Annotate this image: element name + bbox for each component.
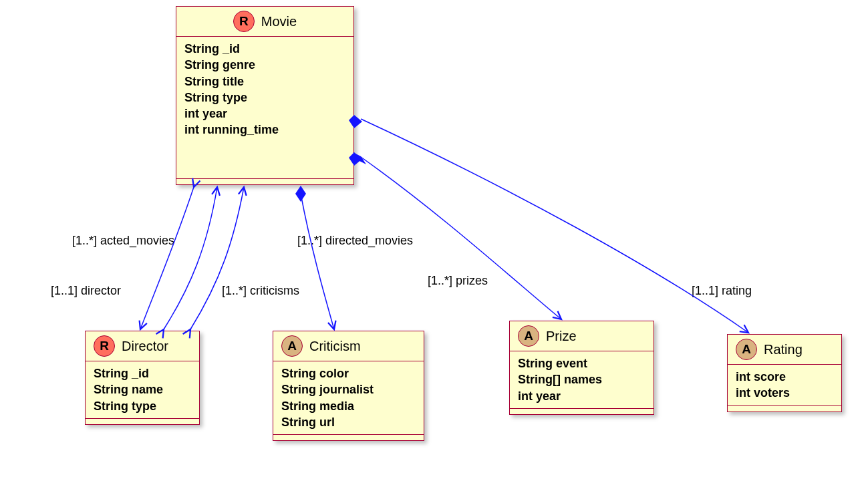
class-movie: R Movie String _id String genre String t… xyxy=(176,6,354,185)
class-movie-header: R Movie xyxy=(176,7,353,37)
class-rating-attrs: int score int voters xyxy=(728,365,841,406)
attr: int running_time xyxy=(184,122,345,138)
attr: int year xyxy=(184,106,345,122)
class-criticism-ops xyxy=(273,435,424,440)
class-director-header: R Director xyxy=(86,331,199,361)
attr: String event xyxy=(518,355,645,371)
attr: String type xyxy=(94,398,191,414)
class-director: R Director String _id String name String… xyxy=(85,331,200,425)
class-prize-ops xyxy=(510,409,654,414)
attr: String media xyxy=(281,398,416,414)
stereotype-R-icon: R xyxy=(94,335,115,357)
class-rating: A Rating int score int voters xyxy=(727,334,842,412)
class-director-attrs: String _id String name String type xyxy=(86,361,199,419)
class-criticism-name: Criticism xyxy=(309,339,361,354)
attr: String _id xyxy=(184,41,345,57)
class-movie-name: Movie xyxy=(261,14,297,29)
edge-director xyxy=(140,187,194,329)
attr: String title xyxy=(184,73,345,90)
attr: String _id xyxy=(94,365,191,381)
class-rating-header: A Rating xyxy=(728,335,841,365)
attr: String journalist xyxy=(281,381,416,397)
edge-acted-movies xyxy=(164,187,217,329)
attr: String genre xyxy=(184,57,345,73)
attr: String color xyxy=(281,365,416,381)
edge-label-director: [1..1] director xyxy=(51,284,121,298)
class-movie-ops xyxy=(176,179,353,184)
attr: int score xyxy=(736,369,833,385)
stereotype-A-icon: A xyxy=(281,335,303,357)
edge-label-prizes: [1..*] prizes xyxy=(428,274,488,288)
class-movie-attrs: String _id String genre String title Str… xyxy=(176,37,353,179)
edge-label-rating: [1..1] rating xyxy=(692,284,752,298)
class-prize-attrs: String event String[] names int year xyxy=(510,351,654,409)
attr: String url xyxy=(281,414,416,430)
class-prize-name: Prize xyxy=(546,329,577,344)
edge-criticisms xyxy=(301,194,334,329)
stereotype-R-icon: R xyxy=(233,11,255,32)
class-rating-ops xyxy=(728,406,841,412)
attr: int voters xyxy=(736,385,833,401)
class-criticism-header: A Criticism xyxy=(273,331,424,361)
attr: int year xyxy=(518,388,645,404)
attr: String type xyxy=(184,90,345,106)
attr: String name xyxy=(94,381,191,397)
edge-rating xyxy=(361,119,748,333)
class-director-ops xyxy=(86,419,199,424)
diamond-icon xyxy=(295,186,306,202)
stereotype-A-icon: A xyxy=(518,325,539,347)
class-prize-header: A Prize xyxy=(510,321,654,351)
class-criticism-attrs: String color String journalist String me… xyxy=(273,361,424,435)
diamond-icon xyxy=(353,152,366,164)
stereotype-A-icon: A xyxy=(736,339,757,360)
class-prize: A Prize String event String[] names int … xyxy=(509,321,654,415)
edge-label-directed-movies: [1..*] directed_movies xyxy=(297,234,413,248)
class-rating-name: Rating xyxy=(764,342,803,357)
edge-directed-movies xyxy=(190,187,244,329)
class-director-name: Director xyxy=(122,339,168,354)
edge-label-acted-movies: [1..*] acted_movies xyxy=(72,234,174,248)
class-criticism: A Criticism String color String journali… xyxy=(273,331,424,441)
attr: String[] names xyxy=(518,371,645,387)
edge-label-criticisms: [1..*] criticisms xyxy=(222,284,299,298)
